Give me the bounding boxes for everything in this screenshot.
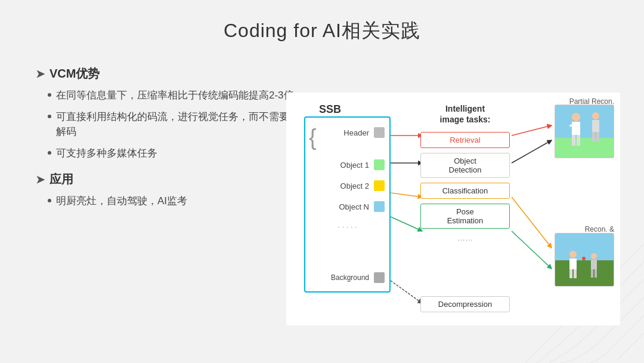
bullet-dot: [48, 115, 51, 118]
arrow-icon-vcm: ➤: [36, 67, 45, 81]
svg-point-30: [582, 257, 586, 260]
svg-rect-18: [592, 132, 595, 141]
app-bullet-list: 明厨亮灶，自动驾驶，AI监考: [36, 193, 310, 209]
svg-rect-10: [555, 138, 614, 158]
ssb-header-color: [374, 127, 385, 138]
vcm-bullet-list: 在同等信息量下，压缩率相比于传统编码能提高2-3倍 可直接利用结构化的码流，进行…: [36, 88, 310, 161]
ssb-brace: {: [309, 126, 317, 149]
slide: Coding for AI相关实践 ➤ VCM优势 在同等信息量下，压缩率相比于…: [0, 0, 644, 363]
svg-rect-17: [592, 120, 599, 132]
svg-rect-25: [574, 269, 577, 278]
decomp-box: Decompression: [420, 296, 510, 312]
partial-recon-image: [555, 104, 614, 158]
svg-line-5: [512, 140, 552, 163]
ssb-objn-color: [374, 201, 385, 212]
app-heading: ➤ 应用: [36, 171, 310, 187]
svg-line-7: [512, 231, 552, 269]
ssb-obj2-label: Object 2: [318, 182, 374, 190]
svg-rect-27: [591, 260, 597, 269]
tasks-title: Intelligentimage tasks:: [420, 103, 510, 125]
recon-label: Recon. &: [585, 225, 614, 233]
ssb-obj1-label: Object 1: [318, 161, 374, 170]
svg-point-11: [572, 113, 580, 121]
svg-rect-29: [595, 269, 597, 278]
svg-rect-20: [555, 233, 614, 260]
svg-point-22: [569, 251, 577, 258]
svg-line-6: [512, 197, 552, 248]
task-dots: ……: [420, 233, 510, 242]
svg-line-4: [512, 125, 552, 136]
cricket-image: [555, 105, 614, 158]
recon-image: [555, 233, 614, 287]
vcm-bullet-2: 可直接利用结构化的码流，进行视觉任务，而不需要完整解码: [48, 109, 310, 140]
svg-line-3: [391, 217, 422, 231]
ssb-objn-label: Object N: [318, 202, 374, 211]
svg-point-26: [591, 253, 597, 259]
svg-rect-19: [596, 132, 599, 141]
svg-rect-15: [577, 135, 580, 146]
bullet-dot: [48, 151, 51, 155]
svg-line-2: [391, 193, 422, 197]
vcm-heading: ➤ VCM优势: [36, 66, 310, 82]
ssb-obj2-color: [374, 180, 385, 191]
vcm-bullet-1: 在同等信息量下，压缩率相比于传统编码能提高2-3倍: [48, 88, 310, 103]
ssb-header-label: Header: [318, 128, 374, 137]
task-pose-estimation: PoseEstimation: [420, 204, 510, 229]
bullet-dot: [48, 93, 51, 97]
svg-line-8: [391, 281, 422, 303]
vcm-bullet-3: 可支持多种多媒体任务: [48, 146, 310, 161]
svg-rect-24: [569, 269, 572, 278]
task-retrieval: Retrieval: [420, 132, 510, 148]
ssb-label: SSB: [319, 103, 341, 116]
tasks-box: Intelligentimage tasks: Retrieval Object…: [420, 103, 510, 242]
app-bullet-1: 明厨亮灶，自动驾驶，AI监考: [48, 193, 310, 209]
ssb-dots: · · · · ·: [305, 222, 389, 231]
park-image: [555, 233, 614, 286]
task-object-detection: ObjectDetection: [420, 153, 510, 178]
svg-rect-14: [572, 135, 575, 146]
bullet-dot: [48, 199, 51, 202]
slide-title: Coding for AI相关实践: [36, 18, 608, 44]
ssb-box: { Header Object 1 Object 2 Object N: [304, 116, 391, 293]
ssb-bg-color: [374, 272, 385, 283]
svg-rect-21: [555, 260, 614, 287]
svg-rect-23: [569, 259, 577, 269]
task-classification: Classification: [420, 183, 510, 199]
svg-rect-9: [555, 105, 614, 138]
ssb-bg-label: Background: [310, 273, 374, 282]
ssb-obj1-color: [374, 159, 385, 170]
svg-point-16: [592, 112, 599, 119]
svg-rect-28: [591, 269, 593, 278]
diagram: SSB { Header Object 1 Object 2 Object N: [286, 93, 620, 325]
arrow-icon-app: ➤: [36, 173, 45, 186]
content-left: ➤ VCM优势 在同等信息量下，压缩率相比于传统编码能提高2-3倍 可直接利用结…: [36, 66, 310, 220]
